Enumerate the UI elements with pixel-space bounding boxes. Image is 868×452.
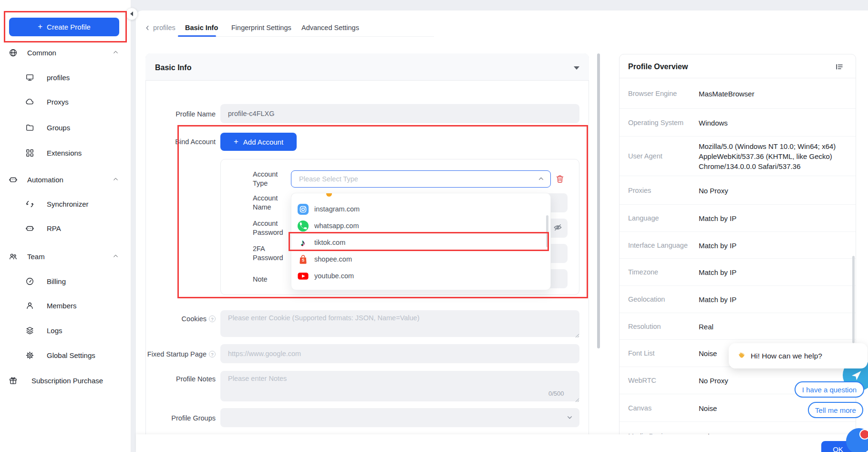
eye-off-icon[interactable] [553,223,562,234]
account-type-select[interactable]: Please Select Type [291,170,551,188]
sidebar-item-label: Subscription Purchase [31,377,103,385]
sidebar-item-billing[interactable]: Billing [0,275,131,287]
profile-name-input[interactable] [220,104,579,123]
overview-row: LanguageMatch by IP [620,205,856,232]
option-label: whatsapp.com [314,222,359,230]
overview-title: Profile Overview [628,63,688,71]
add-account-label: Add Account [243,138,283,146]
sidebar-item-groups[interactable]: Groups [0,121,131,134]
active-tab-underline [178,35,216,37]
chat-greeting-bubble[interactable]: Hi! How can we help? [729,343,868,368]
delete-account-button[interactable] [555,174,565,186]
list-settings-icon[interactable] [836,63,843,73]
overview-row: ResolutionReal [620,313,856,340]
fixed-startup-page-label: Fixed Startup Page? [120,350,216,358]
sidebar-item-subscription-purchase[interactable]: Subscription Purchase [0,374,131,387]
sidebar-section-label: Automation [27,176,63,184]
layers-icon [25,326,34,335]
basic-info-card-header[interactable] [145,53,589,81]
sidebar-collapse-button[interactable] [125,8,138,20]
overview-row: TimezoneMatch by IP [620,259,856,286]
sidebar-item-proxys[interactable]: Proxys [0,95,131,108]
sidebar-item-logs[interactable]: Logs [0,324,131,336]
option-label: tiktok.com [314,239,345,246]
option-label: youtube.com [314,272,354,280]
add-account-button[interactable]: + Add Account [220,133,297,151]
waving-hand-icon [737,351,746,361]
sidebar-item-global-settings[interactable]: Global Settings [0,349,131,361]
chat-more-button[interactable]: Tell me more [808,402,863,418]
cookies-label: Cookies? [120,315,216,323]
option-youtube[interactable]: youtube.com [291,268,550,284]
fixed-startup-page-input[interactable] [220,344,579,363]
tab-fingerprint-settings[interactable]: Fingerprint Settings [231,24,291,32]
sidebar-section-automation[interactable]: Automation [0,173,131,186]
help-icon: ? [209,351,216,357]
content-scrollbar[interactable] [597,53,600,348]
collapse-arrow-icon [130,11,133,16]
shopee-icon: S [297,253,309,265]
profile-groups-select[interactable] [220,408,579,427]
sidebar-section-label: Team [27,252,45,261]
clipped-option-icon [326,193,332,197]
create-profile-label: Create Profile [47,23,91,31]
chevron-up-icon [113,49,119,57]
chevron-down-icon[interactable] [574,66,579,70]
help-icon: ? [209,315,216,322]
option-shopee[interactable]: S shopee.com [291,251,550,267]
option-label: instagram.com [314,205,360,213]
sidebar-section-common[interactable]: Common [0,46,131,59]
sidebar-item-label: Global Settings [47,351,95,359]
account-type-label: Account Type [253,170,288,188]
sidebar-item-label: Billing [47,277,66,285]
account-type-dropdown: instagram.com whatsapp.com ♪ tiktok.com … [291,193,551,290]
back-button[interactable] [145,24,151,32]
profile-notes-textarea[interactable] [220,371,579,401]
card-title: Basic Info [155,63,191,72]
tab-advanced-settings[interactable]: Advanced Settings [301,24,359,32]
resize-handle-icon[interactable] [575,396,579,400]
breadcrumb-profiles[interactable]: profiles [153,24,176,32]
gauge-icon [25,277,34,286]
cookies-textarea[interactable] [220,310,579,337]
sidebar: + Create Profile Common profiles Proxys … [0,0,131,452]
profile-notes-label: Profile Notes [120,375,216,383]
overview-header: Profile Overview [620,54,856,78]
svg-text:S: S [301,258,304,263]
monitor-icon [25,73,34,82]
chevron-up-icon [113,252,119,261]
dropdown-scrollbar[interactable] [546,215,548,247]
tiktok-icon: ♪ [297,236,309,249]
grid-icon [25,148,34,158]
note-label: Note [253,275,288,284]
sidebar-section-team[interactable]: Team [0,250,131,263]
whatsapp-icon [297,220,309,232]
tab-basic-info[interactable]: Basic Info [185,24,218,32]
overview-scrollbar[interactable] [852,256,855,343]
sidebar-item-rpa[interactable]: RPA [0,222,131,234]
notification-badge [859,429,868,440]
folder-icon [25,123,34,132]
overview-row: ProxiesNo Proxy [620,176,856,205]
chevron-up-icon [113,176,119,184]
overview-row: User AgentMozilla/5.0 (Windows NT 10.0; … [620,137,856,176]
sidebar-item-extensions[interactable]: Extensions [0,147,131,159]
chat-question-button[interactable]: I have a question [795,381,864,398]
select-placeholder: Please Select Type [299,175,358,183]
sidebar-item-synchronizer[interactable]: Synchronizer [0,198,131,210]
option-instagram[interactable]: instagram.com [291,201,550,217]
app-window: + Create Profile Common profiles Proxys … [0,0,868,452]
account-name-label: Account Name [253,194,288,212]
sidebar-item-label: RPA [47,224,61,232]
chat-greeting-text: Hi! How can we help? [751,352,822,360]
option-tiktok[interactable]: ♪ tiktok.com [291,234,550,251]
resize-handle-icon[interactable] [575,331,579,336]
sidebar-item-label: Proxys [47,98,69,106]
plus-icon: + [38,22,42,32]
create-profile-button[interactable]: + Create Profile [9,18,119,36]
sidebar-item-members[interactable]: Members [0,299,131,312]
sync-icon [25,200,34,209]
option-whatsapp[interactable]: whatsapp.com [291,218,550,234]
sidebar-item-label: Synchronizer [47,200,89,208]
sidebar-item-profiles[interactable]: profiles [0,71,131,84]
